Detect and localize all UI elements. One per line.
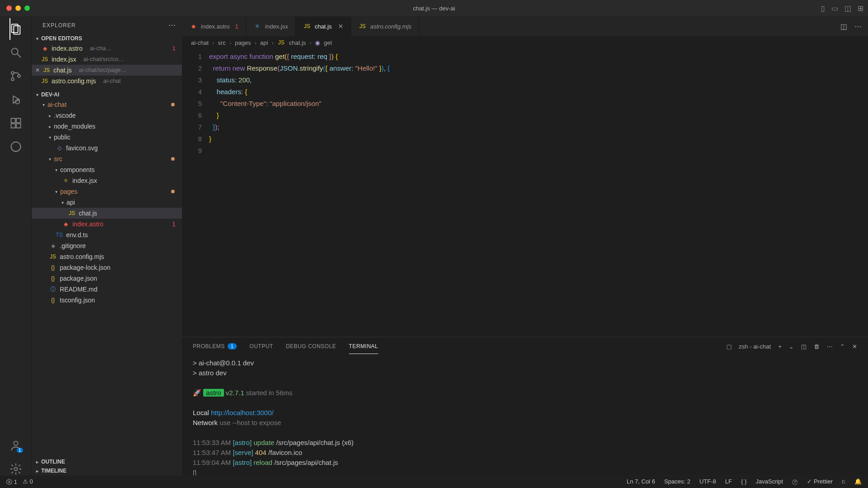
copilot-icon[interactable]: ㋐ xyxy=(792,478,798,486)
modified-dot-icon xyxy=(171,103,175,106)
folder-public[interactable]: ▾public xyxy=(32,132,182,143)
file-readme[interactable]: ⓘREADME.md xyxy=(32,284,182,295)
panel-tab-output[interactable]: OUTPUT xyxy=(249,339,273,354)
folder-ai-chat[interactable]: ▾ai-chat xyxy=(32,99,182,110)
more-actions-icon[interactable]: ⋯ xyxy=(854,22,862,31)
breadcrumb[interactable]: ai-chat› src› pages› api› JSchat.js› ◉ge… xyxy=(182,36,868,49)
status-braces[interactable]: { } xyxy=(741,478,746,486)
close-window-button[interactable] xyxy=(6,5,12,11)
chevron-right-icon: › xyxy=(229,39,231,46)
file-chat-js[interactable]: JSchat.js xyxy=(32,208,182,219)
open-editors-label: OPEN EDITORS xyxy=(41,35,82,42)
tab-index-astro[interactable]: ◆index.astro1 xyxy=(182,16,246,36)
tab-chat-js[interactable]: JSchat.js✕ xyxy=(296,16,351,36)
maximize-panel-icon[interactable]: ⌃ xyxy=(840,343,845,350)
split-editor-icon[interactable]: ◫ xyxy=(840,22,847,31)
chevron-down-icon: ▾ xyxy=(36,92,38,97)
open-editors-header[interactable]: ▾OPEN EDITORS xyxy=(32,34,182,43)
file-package-lock[interactable]: {}package-lock.json xyxy=(32,262,182,273)
folder-node-modules[interactable]: ▸node_modules xyxy=(32,121,182,132)
jsx-file-icon: ⚛ xyxy=(62,177,70,184)
extensions-icon[interactable] xyxy=(10,117,22,129)
folder-pages[interactable]: ▾pages xyxy=(32,186,182,197)
settings-gear-icon[interactable] xyxy=(10,463,22,475)
zoom-window-button[interactable] xyxy=(24,5,30,11)
tab-index-jsx[interactable]: ⚛index.jsx xyxy=(246,16,296,36)
layout-panel-icon[interactable]: ▭ xyxy=(831,4,838,13)
code-editor[interactable]: 123456789 export async function get({ re… xyxy=(182,49,868,337)
ts-file-icon: TS xyxy=(55,232,63,238)
file-index-astro[interactable]: ◆index.astro1 xyxy=(32,219,182,230)
error-icon: ⓧ xyxy=(6,478,12,485)
status-line-col[interactable]: Ln 7, Col 6 xyxy=(627,478,655,486)
more-terminal-actions-icon[interactable]: ⋯ xyxy=(827,343,833,350)
chevron-down-icon: ▾ xyxy=(36,36,38,41)
status-indent[interactable]: Spaces: 2 xyxy=(664,478,691,486)
js-file-icon: JS xyxy=(277,39,286,46)
timeline-header[interactable]: ▸TIMELINE xyxy=(32,466,182,475)
outline-header[interactable]: ▸OUTLINE xyxy=(32,457,182,466)
local-url-link[interactable]: http://localhost:3000/ xyxy=(211,409,273,416)
workspace-header[interactable]: ▾DEV-AI xyxy=(32,90,182,99)
open-editor-item[interactable]: ✕JSchat.js ai-chat/src/page… xyxy=(32,65,182,76)
folder-api[interactable]: ▾api xyxy=(32,197,182,208)
file-index-jsx[interactable]: ⚛index.jsx xyxy=(32,175,182,186)
kill-terminal-icon[interactable]: 🗑 xyxy=(814,343,820,350)
status-encoding[interactable]: UTF-8 xyxy=(699,478,716,486)
js-file-icon: JS xyxy=(41,76,49,86)
folder-src[interactable]: ▾src xyxy=(32,153,182,164)
panel-tab-problems[interactable]: PROBLEMS1 xyxy=(193,339,237,354)
run-debug-icon[interactable] xyxy=(10,93,22,106)
close-editor-icon[interactable]: ✕ xyxy=(35,65,40,76)
svg-line-3 xyxy=(17,54,20,57)
file-tsconfig[interactable]: {}tsconfig.json xyxy=(32,295,182,306)
open-editor-item[interactable]: JSindex.jsx ai-chat/src/co… xyxy=(32,54,182,65)
svg-point-2 xyxy=(11,48,18,55)
layout-primary-icon[interactable]: ▯ xyxy=(821,4,825,13)
notifications-icon[interactable]: 🔔 xyxy=(854,478,862,486)
status-warnings[interactable]: ⚠ 0 xyxy=(23,478,33,486)
code-content[interactable]: export async function get({ request: req… xyxy=(207,49,868,337)
accounts-icon[interactable]: 1 xyxy=(10,439,22,452)
file-favicon[interactable]: ◇favicon.svg xyxy=(32,143,182,153)
customize-layout-icon[interactable]: ⊞ xyxy=(858,4,863,13)
js-file-icon: JS xyxy=(41,54,49,65)
folder-components[interactable]: ▾components xyxy=(32,164,182,175)
status-bar: ⓧ 1 ⚠ 0 Ln 7, Col 6 Spaces: 2 UTF-8 LF {… xyxy=(0,475,868,488)
file-package-json[interactable]: {}package.json xyxy=(32,273,182,284)
terminal-output[interactable]: > ai-chat@0.0.1 dev > astro dev 🚀 astro … xyxy=(182,355,868,475)
status-prettier[interactable]: ✓ Prettier xyxy=(807,478,833,486)
file-gitignore[interactable]: ◈.gitignore xyxy=(32,240,182,251)
search-icon[interactable] xyxy=(10,46,22,59)
problems-count-badge: 1 xyxy=(228,343,237,349)
layout-secondary-icon[interactable]: ◫ xyxy=(844,4,851,13)
rocket-icon: 🚀 xyxy=(193,389,201,397)
chevron-down-icon: ▾ xyxy=(62,200,64,205)
file-astro-config[interactable]: JSastro.config.mjs xyxy=(32,251,182,262)
traffic-lights xyxy=(0,5,30,11)
panel-tab-terminal[interactable]: TERMINAL xyxy=(349,339,378,354)
terminal-split-dropdown-icon[interactable]: ⌄ xyxy=(789,343,794,350)
explorer-actions-icon[interactable]: ⋯ xyxy=(168,21,176,29)
minimize-window-button[interactable] xyxy=(15,5,21,11)
close-panel-icon[interactable]: ✕ xyxy=(852,343,857,350)
close-tab-icon[interactable]: ✕ xyxy=(338,23,343,30)
split-terminal-icon[interactable]: ◫ xyxy=(801,343,806,350)
status-errors[interactable]: ⓧ 1 xyxy=(6,478,17,486)
panel-tab-debug-console[interactable]: DEBUG CONSOLE xyxy=(286,339,336,354)
open-editor-item[interactable]: ◆index.astro ai-cha…1 xyxy=(32,43,182,54)
error-badge: 1 xyxy=(235,23,238,30)
terminal-task-label[interactable]: zsh - ai-chat xyxy=(739,343,771,350)
status-language[interactable]: JavaScript xyxy=(756,478,783,486)
edge-tools-icon[interactable] xyxy=(10,140,22,153)
open-editor-item[interactable]: JSastro.config.mjs ai-chat xyxy=(32,76,182,86)
file-env-dts[interactable]: TSenv.d.ts xyxy=(32,230,182,240)
status-eol[interactable]: LF xyxy=(725,478,732,486)
new-terminal-icon[interactable]: + xyxy=(778,343,782,350)
source-control-icon[interactable] xyxy=(10,70,22,82)
feedback-icon[interactable]: ⎌ xyxy=(842,478,845,486)
error-badge: 1 xyxy=(172,220,176,228)
folder-vscode[interactable]: ▸.vscode xyxy=(32,110,182,121)
tab-astro-config[interactable]: JSastro.config.mjs xyxy=(351,16,419,36)
explorer-icon[interactable] xyxy=(10,23,22,35)
